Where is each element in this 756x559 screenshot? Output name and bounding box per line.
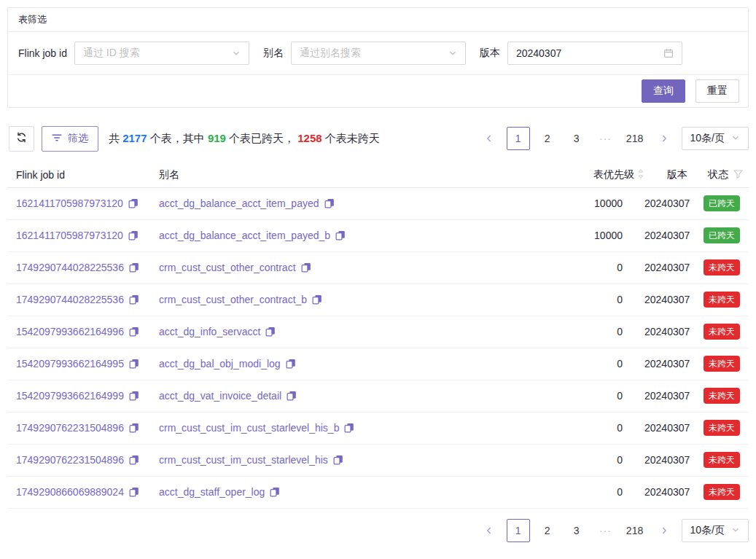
pagination-page-218[interactable]: 218 [623,127,647,150]
copy-icon[interactable] [265,327,276,337]
pagination-ellipsis: ··· [594,127,617,150]
alias-link[interactable]: crm_cust_cust_other_contract [159,262,296,273]
pagination-page-2[interactable]: 2 [536,127,559,150]
job-id-link[interactable]: 1749290866069889024 [16,486,124,498]
copy-icon[interactable] [128,230,139,241]
pagination-page-2[interactable]: 2 [536,519,559,542]
reset-button[interactable]: 重置 [695,79,739,103]
page-size-select[interactable]: 10条/页 [682,127,749,150]
page-size-select[interactable]: 10条/页 [682,519,749,542]
funnel-filter-icon[interactable] [733,169,743,181]
table-row: 1749290762231504896crm_cust_cust_im_cust… [7,412,749,444]
job-id-link[interactable]: 1749290744028225536 [16,262,124,273]
pagination-page-3[interactable]: 3 [565,519,588,542]
sorter-icon[interactable] [637,168,644,181]
job-id-link[interactable]: 1749290744028225536 [16,294,124,305]
alias-link[interactable]: crm_cust_cust_other_contract_b [159,294,307,305]
pagination-ellipsis: ··· [594,519,617,542]
priority-cell: 0 [569,412,644,444]
status-badge: 未跨天 [704,259,740,275]
copy-icon[interactable] [129,487,139,497]
version-cell: 20240307 [644,444,690,476]
alias-label: 别名 [263,47,284,60]
priority-cell: 0 [569,380,644,412]
copy-icon[interactable] [129,455,139,465]
job-id-link[interactable]: 1749290762231504896 [16,422,124,434]
pagination-next-button[interactable] [652,519,676,542]
priority-cell: 0 [569,251,644,284]
job-id-link[interactable]: 1542097993662164996 [16,326,124,337]
priority-cell: 0 [569,348,644,380]
refresh-button[interactable] [9,126,34,152]
flink-job-id-placeholder: 通过 ID 搜索 [83,47,232,60]
copy-icon[interactable] [312,294,322,305]
chevron-down-icon [232,49,241,58]
version-cell: 20240307 [644,187,690,219]
copy-icon[interactable] [128,198,139,208]
summary-total-count: 2177 [122,132,147,144]
status-badge: 未跨天 [704,484,740,500]
summary-part4: 个表未跨天 [322,132,380,144]
alias-link[interactable]: acct_dg_balance_acct_item_payed [159,198,319,209]
status-badge: 未跨天 [704,292,740,308]
job-id-link[interactable]: 1749290762231504896 [16,454,124,466]
alias-link[interactable]: acct_dg_bal_obj_modi_log [159,358,281,370]
job-id-link[interactable]: 1621411705987973120 [16,230,123,241]
alias-link[interactable]: acct_dg_staff_oper_log [159,486,265,498]
alias-link[interactable]: acct_dg_info_servacct [159,326,260,337]
copy-icon[interactable] [129,359,139,369]
table-row: 1749290762231504896crm_cust_cust_im_cust… [7,444,749,476]
copy-icon[interactable] [129,423,139,433]
status-badge: 未跨天 [704,420,740,436]
table-header-row: Flink job id 别名 表优先级 版本 状态 [7,163,749,187]
query-button[interactable]: 查询 [642,79,685,103]
copy-icon[interactable] [129,294,139,305]
pagination-next-button[interactable] [652,127,676,150]
pagination-prev-button[interactable] [478,519,501,542]
alias-select[interactable]: 通过别名搜索 [291,42,466,65]
alias-link[interactable]: acct_dg_balance_acct_item_payed_b [159,230,330,241]
job-id-link[interactable]: 1542097993662164995 [16,358,124,370]
summary-crossed-count: 919 [208,132,226,144]
table-row: 1542097993662164996acct_dg_info_servacct… [7,316,749,348]
filter-button[interactable]: 筛选 [42,126,98,152]
table-row: 1621411705987973120acct_dg_balance_acct_… [7,187,749,219]
copy-icon[interactable] [324,198,335,208]
version-date-picker[interactable]: 20240307 [507,42,682,65]
status-badge: 未跨天 [704,388,740,404]
copy-icon[interactable] [287,391,297,401]
table-row: 1749290744028225536crm_cust_cust_other_c… [7,284,749,316]
col-priority: 表优先级 [593,168,634,181]
chevron-down-icon [731,133,740,144]
version-cell: 20240307 [644,380,690,412]
job-id-link[interactable]: 1542097993662164999 [16,390,124,402]
job-id-link[interactable]: 1621411705987973120 [16,198,123,209]
page: 表筛选 Flink job id 通过 ID 搜索 别名 通过别名搜索 版本 [0,0,756,543]
status-badge: 未跨天 [704,324,740,340]
version-cell: 20240307 [644,412,690,444]
alias-link[interactable]: acct_dg_vat_invoice_detail [159,390,281,402]
flink-job-id-select[interactable]: 通过 ID 搜索 [74,42,249,65]
pagination-page-1[interactable]: 1 [507,519,530,542]
filter-card-title: 表筛选 [18,13,47,26]
table-row: 1542097993662164995acct_dg_bal_obj_modi_… [7,348,749,380]
alias-link[interactable]: crm_cust_cust_im_cust_starlevel_his_b [159,422,339,434]
pagination-page-3[interactable]: 3 [565,127,588,150]
copy-icon[interactable] [335,230,346,241]
priority-cell: 0 [569,284,644,316]
alias-link[interactable]: crm_cust_cust_im_cust_starlevel_his [159,454,328,466]
calendar-icon [663,48,674,58]
copy-icon[interactable] [270,487,280,497]
copy-icon[interactable] [301,262,311,273]
pagination-page-1[interactable]: 1 [507,127,530,150]
copy-icon[interactable] [129,391,139,401]
pagination-page-218[interactable]: 218 [623,519,647,542]
copy-icon[interactable] [344,423,354,433]
copy-icon[interactable] [286,359,296,369]
copy-icon[interactable] [333,455,343,465]
status-badge: 已跨天 [704,195,740,211]
field-alias: 别名 通过别名搜索 [263,42,466,65]
pagination-prev-button[interactable] [478,127,501,150]
copy-icon[interactable] [129,327,139,337]
copy-icon[interactable] [129,262,139,273]
